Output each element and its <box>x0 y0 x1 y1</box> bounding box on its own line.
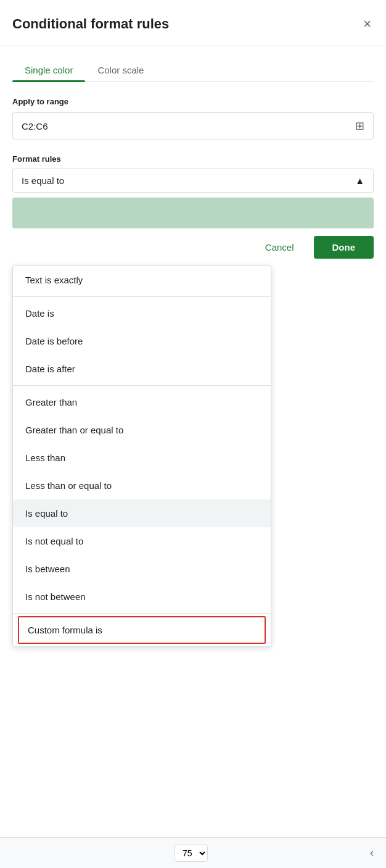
format-rules-label: Format rules <box>12 154 374 164</box>
dropdown-arrow-icon: ▲ <box>355 175 364 186</box>
range-input-container: ⊞ <box>12 112 374 140</box>
format-rule-selected-value: Is equal to <box>22 175 64 186</box>
zoom-select[interactable]: 75 <box>175 845 208 862</box>
dropdown-item-date-is-after[interactable]: Date is after <box>13 355 271 383</box>
panel-body-behind: Cancel Done <box>12 198 374 269</box>
dropdown-item-is-not-equal-to[interactable]: Is not equal to <box>13 527 271 555</box>
grid-select-icon[interactable]: ⊞ <box>355 119 364 133</box>
zoom-control: 75 <box>175 845 208 862</box>
range-input[interactable] <box>22 121 355 131</box>
color-preview <box>12 198 374 228</box>
dropdown-item-greater-than-or-equal-to[interactable]: Greater than or equal to <box>13 416 271 444</box>
format-rule-dropdown-trigger[interactable]: Is equal to ▲ <box>12 169 374 193</box>
dropdown-item-is-not-between[interactable]: Is not between <box>13 583 271 611</box>
dropdown-scroll-area[interactable]: Text is exactly Date is Date is before D… <box>13 266 271 646</box>
apply-to-range-label: Apply to range <box>12 97 374 106</box>
done-cancel-row: Cancel Done <box>12 236 374 269</box>
panel-header: Conditional format rules × <box>12 15 374 33</box>
cancel-button[interactable]: Cancel <box>253 236 306 259</box>
dropdown-divider-3 <box>13 613 271 614</box>
dropdown-item-date-is-before[interactable]: Date is before <box>13 327 271 355</box>
dropdown-item-less-than[interactable]: Less than <box>13 444 271 472</box>
dropdown-item-is-equal-to[interactable]: Is equal to <box>13 499 271 527</box>
panel-title: Conditional format rules <box>12 16 169 32</box>
dropdown-divider-2 <box>13 385 271 386</box>
dropdown-item-is-between[interactable]: Is between <box>13 555 271 583</box>
format-rule-dropdown: Text is exactly Date is Date is before D… <box>12 265 271 647</box>
done-button[interactable]: Done <box>314 236 374 259</box>
collapse-arrow-icon[interactable]: ‹ <box>370 846 374 859</box>
dropdown-divider-1 <box>13 296 271 297</box>
dropdown-item-custom-formula-is[interactable]: Custom formula is <box>18 616 266 644</box>
tabs-container: Single color Color scale <box>12 59 374 82</box>
tab-single-color[interactable]: Single color <box>12 59 85 81</box>
header-divider <box>0 46 386 46</box>
conditional-format-panel: Conditional format rules × Single color … <box>0 0 386 269</box>
bottom-bar: 75 ‹ <box>0 837 386 868</box>
dropdown-item-text-is-exactly[interactable]: Text is exactly <box>13 266 271 294</box>
close-button[interactable]: × <box>361 15 374 33</box>
dropdown-item-date-is[interactable]: Date is <box>13 299 271 327</box>
dropdown-item-greater-than[interactable]: Greater than <box>13 388 271 416</box>
tab-color-scale[interactable]: Color scale <box>85 59 156 81</box>
dropdown-item-less-than-or-equal-to[interactable]: Less than or equal to <box>13 472 271 499</box>
